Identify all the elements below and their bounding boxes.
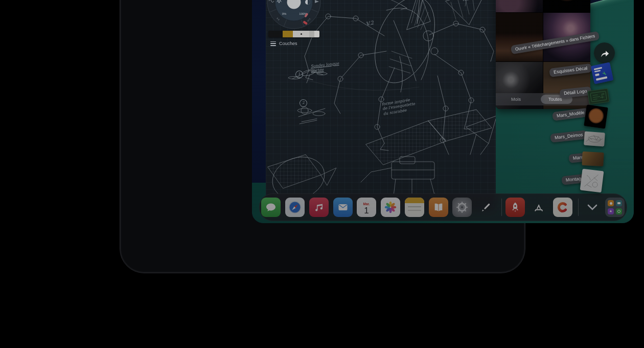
rocket-app-icon[interactable] bbox=[505, 198, 525, 217]
drag-item-thumbnail-pencil-sketch[interactable] bbox=[584, 132, 605, 147]
drag-item-thumbnail-green-circuit[interactable] bbox=[587, 88, 609, 104]
drag-item-thumbnail-mars-planet[interactable] bbox=[584, 104, 608, 128]
layers-button[interactable]: Couches bbox=[270, 41, 297, 46]
messages-app-icon[interactable] bbox=[261, 198, 281, 217]
notes-app-icon[interactable] bbox=[405, 198, 424, 217]
mars-planet-photo[interactable] bbox=[543, 0, 590, 12]
palette-swatch[interactable] bbox=[314, 31, 319, 37]
palette-swatch[interactable] bbox=[309, 31, 314, 37]
chevron-down-icon[interactable] bbox=[586, 202, 599, 212]
calendar-weekday: Mar. bbox=[363, 202, 370, 206]
app-library-mini-camera bbox=[616, 200, 622, 206]
concepts-app-icon[interactable] bbox=[553, 198, 572, 217]
segment-toutes[interactable]: Toutes bbox=[548, 97, 562, 102]
drag-item-thumbnail-mars-landscape[interactable] bbox=[582, 151, 604, 166]
concepts-app-window: Concepts_blue... 59% 90° PRO bbox=[266, 0, 496, 211]
dock-divider bbox=[578, 199, 579, 216]
app-library-mini-clock bbox=[616, 208, 622, 214]
ipad-screen: Concepts_blue... 59% 90° PRO bbox=[252, 0, 634, 223]
drag-item-thumbnail-white-sketch[interactable] bbox=[580, 169, 604, 193]
mail-app-icon[interactable] bbox=[333, 198, 353, 217]
books-app-icon[interactable] bbox=[429, 198, 448, 217]
calendar-app-icon[interactable]: Mar.1 bbox=[357, 198, 376, 217]
music-app-icon[interactable] bbox=[309, 198, 329, 217]
palette-swatch[interactable] bbox=[293, 31, 309, 37]
app-library-mini-tips bbox=[608, 200, 614, 206]
palette-swatch[interactable] bbox=[268, 31, 283, 37]
app-store-app-icon[interactable] bbox=[529, 198, 548, 217]
tool-wheel[interactable]: 1,6 1.3 5.5 8.9 14,5 1,6 pts 0% 100% bbox=[266, 0, 325, 33]
calendar-day: 1 bbox=[364, 206, 369, 215]
dock: Mar.1 ★ bbox=[259, 193, 627, 221]
mars-surface-photo[interactable] bbox=[496, 13, 543, 61]
dock-divider bbox=[501, 199, 502, 216]
app-library-icon[interactable]: ★ bbox=[605, 198, 625, 217]
opacity-min-label: 0% bbox=[282, 12, 287, 15]
color-palette[interactable] bbox=[268, 31, 319, 37]
ipad-device-frame: Concepts_blue... 59% 90° PRO bbox=[120, 0, 525, 273]
layers-burger-icon bbox=[270, 41, 276, 46]
app-library-mini-star: ★ bbox=[608, 208, 614, 214]
layers-label: Couches bbox=[279, 41, 297, 46]
palette-swatch[interactable] bbox=[283, 31, 293, 37]
photos-app-icon[interactable] bbox=[381, 198, 400, 217]
drag-item-thumbnail-blue-decal[interactable] bbox=[591, 62, 614, 84]
horsehead-nebula-photo[interactable] bbox=[496, 0, 543, 12]
segment-mois[interactable]: Mois bbox=[511, 97, 521, 102]
share-arrow-icon[interactable] bbox=[594, 42, 615, 63]
settings-app-icon[interactable] bbox=[452, 198, 472, 217]
sketch-pen-app-icon[interactable] bbox=[476, 198, 496, 217]
safari-app-icon[interactable] bbox=[285, 198, 305, 217]
